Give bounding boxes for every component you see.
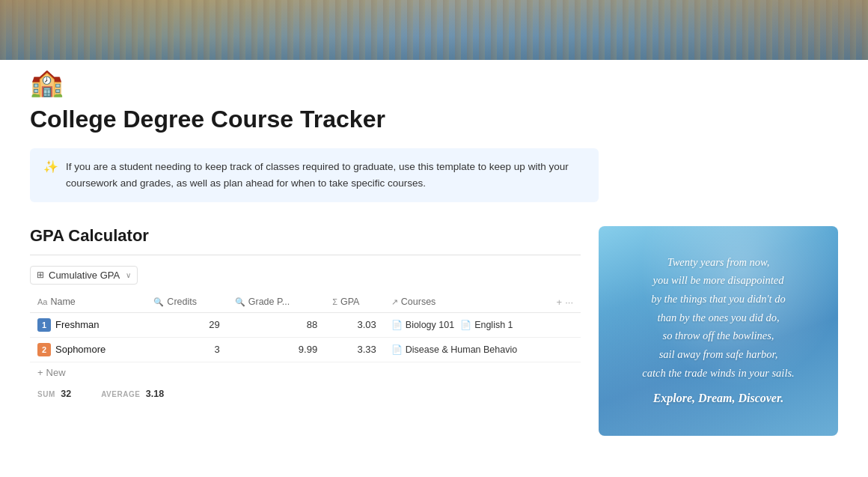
view-selector[interactable]: ⊞ Cumulative GPA ∨: [30, 266, 138, 285]
header-image: [0, 0, 868, 60]
logo-icon: 🏫: [30, 69, 64, 96]
logo-area: 🏫: [0, 60, 868, 105]
col-header-grade-points: 🔍Grade P...: [227, 292, 325, 313]
table-icon: ⊞: [37, 270, 44, 280]
plus-icon: +: [37, 367, 43, 378]
grade-col-icon: 🔍: [235, 297, 245, 306]
doc-icon: 📄: [391, 344, 403, 355]
row-credits-2: 3: [146, 337, 227, 362]
gpa-section: GPA Calculator ⊞ Cumulative GPA ∨ AaName…: [30, 226, 581, 399]
motivation-line-5: so throw off the bowlines,: [642, 326, 794, 345]
average-value: 3.18: [146, 389, 164, 399]
more-options-icon[interactable]: ···: [565, 297, 573, 308]
motivation-line-4: than by the ones you did do,: [642, 309, 794, 327]
view-selector-label: Cumulative GPA: [49, 270, 120, 281]
motivation-line-7: catch the trade winds in your sails.: [642, 364, 794, 383]
row-grade-points-1: 88: [227, 312, 325, 337]
info-icon: ✨: [43, 159, 58, 174]
info-text: If you are a student needing to keep tra…: [66, 159, 585, 191]
two-col-layout: GPA Calculator ⊞ Cumulative GPA ∨ AaName…: [30, 226, 838, 436]
course-name: English 1: [474, 320, 513, 330]
doc-icon: 📄: [460, 320, 471, 330]
section-divider: [30, 255, 581, 255]
col-header-credits: 🔍Credits: [146, 292, 227, 313]
gpa-section-title: GPA Calculator: [30, 226, 581, 246]
new-label: New: [46, 367, 66, 378]
gpa-table: AaName 🔍Credits 🔍Grade P... ΣGPA ↗Cour: [30, 292, 581, 383]
name-col-icon: Aa: [37, 297, 47, 306]
add-new-row-button[interactable]: + New: [37, 367, 573, 378]
motivation-line-1: Twenty years from now,: [642, 253, 794, 272]
new-row-cell[interactable]: + New: [30, 362, 581, 383]
motivation-closing: Explore, Dream, Discover.: [642, 388, 794, 408]
sum-item: SUM 32: [37, 389, 71, 399]
motivation-card: Twenty years from now, you will be more …: [599, 226, 838, 436]
sum-label: SUM: [37, 390, 55, 398]
motivation-line-6: sail away from safe harbor,: [642, 345, 794, 364]
row-name-freshman: Freshman: [55, 319, 100, 330]
row-badge-2: 2: [37, 343, 51, 356]
info-box: ✨ If you are a student needing to keep t…: [30, 148, 599, 201]
new-row: + New: [30, 362, 581, 383]
credits-col-icon: 🔍: [153, 297, 164, 306]
row-name-cell[interactable]: 2 Sophomore: [30, 337, 146, 362]
table-header-row: AaName 🔍Credits 🔍Grade P... ΣGPA ↗Cour: [30, 292, 581, 313]
chevron-down-icon: ∨: [126, 271, 131, 279]
col-header-gpa: ΣGPA: [325, 292, 384, 313]
average-item: AVERAGE 3.18: [101, 389, 164, 399]
row-courses-1: 📄 Biology 101 📄 English 1: [384, 312, 581, 337]
course-name: Disease & Human Behavio: [406, 344, 517, 355]
motivation-text: Twenty years from now, you will be more …: [642, 253, 794, 409]
course-chip[interactable]: 📄 Disease & Human Behavio: [391, 344, 517, 355]
add-column-icon[interactable]: +: [557, 297, 563, 308]
row-credits-1: 29: [146, 312, 227, 337]
doc-icon: 📄: [391, 320, 403, 330]
main-content: College Degree Course Tracker ✨ If you a…: [0, 105, 868, 466]
courses-col-icon: ↗: [391, 297, 398, 306]
table-row: 2 Sophomore 3 9.99 3.33 📄 Disease & Hu: [30, 337, 581, 362]
row-gpa-1: 3.03: [325, 312, 384, 337]
average-label: AVERAGE: [101, 390, 140, 398]
row-name-sophomore: Sophomore: [55, 344, 106, 355]
row-grade-points-2: 9.99: [227, 337, 325, 362]
col-header-name: AaName: [30, 292, 146, 313]
course-chip[interactable]: 📄 Biology 101: [391, 320, 454, 330]
row-courses-2: 📄 Disease & Human Behavio: [384, 337, 581, 362]
page-title: College Degree Course Tracker: [30, 105, 838, 133]
row-name-cell[interactable]: 1 Freshman: [30, 312, 146, 337]
motivation-line-2: you will be more disappointed: [642, 271, 794, 290]
table-row: 1 Freshman 29 88 3.03 📄 Biology 101: [30, 312, 581, 337]
summary-row: SUM 32 AVERAGE 3.18: [30, 389, 581, 399]
sum-value: 32: [61, 389, 71, 399]
row-badge-1: 1: [37, 318, 51, 332]
course-chip[interactable]: 📄 English 1: [460, 320, 513, 330]
course-name: Biology 101: [406, 320, 454, 330]
motivation-line-3: by the things that you didn't do: [642, 290, 794, 309]
row-gpa-2: 3.33: [325, 337, 384, 362]
gpa-col-icon: Σ: [332, 297, 337, 306]
col-header-courses: ↗Courses + ···: [384, 292, 581, 313]
